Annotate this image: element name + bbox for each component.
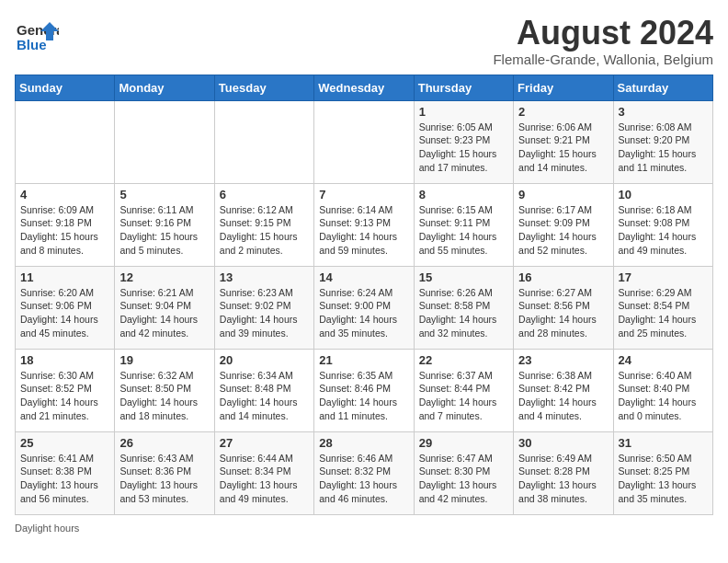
day-detail: Sunrise: 6:09 AMSunset: 9:18 PMDaylight:… — [20, 203, 109, 258]
calendar-cell: 11Sunrise: 6:20 AMSunset: 9:06 PMDayligh… — [16, 266, 115, 349]
day-number: 8 — [419, 188, 508, 201]
day-detail: Sunrise: 6:50 AMSunset: 8:25 PMDaylight:… — [619, 452, 708, 506]
day-number: 29 — [419, 436, 508, 450]
calendar-cell: 12Sunrise: 6:21 AMSunset: 9:04 PMDayligh… — [115, 266, 214, 349]
day-detail: Sunrise: 6:18 AMSunset: 9:08 PMDaylight:… — [619, 203, 708, 258]
day-number: 21 — [319, 353, 408, 367]
day-detail: Sunrise: 6:06 AMSunset: 9:21 PMDaylight:… — [518, 121, 608, 175]
day-detail: Sunrise: 6:12 AMSunset: 9:15 PMDaylight:… — [220, 203, 309, 258]
day-number: 28 — [319, 436, 408, 450]
calendar-cell: 26Sunrise: 6:43 AMSunset: 8:36 PMDayligh… — [115, 431, 214, 514]
day-number: 17 — [619, 270, 708, 284]
day-number: 2 — [518, 105, 608, 119]
day-number: 31 — [619, 436, 708, 450]
day-number: 20 — [220, 353, 309, 367]
calendar-cell: 2Sunrise: 6:06 AMSunset: 9:21 PMDaylight… — [514, 100, 613, 183]
day-detail: Sunrise: 6:30 AMSunset: 8:52 PMDaylight:… — [20, 369, 109, 423]
calendar-cell: 8Sunrise: 6:15 AMSunset: 9:11 PMDaylight… — [414, 183, 513, 266]
day-number: 19 — [119, 353, 209, 367]
day-number: 4 — [20, 188, 109, 201]
title-block: August 2024 Flemalle-Grande, Wallonia, B… — [493, 15, 713, 67]
day-detail: Sunrise: 6:49 AMSunset: 8:28 PMDaylight:… — [518, 452, 608, 506]
calendar-header: SundayMondayTuesdayWednesdayThursdayFrid… — [16, 75, 713, 100]
weekday-header-friday: Friday — [514, 75, 613, 100]
calendar-cell: 17Sunrise: 6:29 AMSunset: 8:54 PMDayligh… — [613, 266, 712, 349]
day-detail: Sunrise: 6:08 AMSunset: 9:20 PMDaylight:… — [619, 121, 708, 175]
day-detail: Sunrise: 6:34 AMSunset: 8:48 PMDaylight:… — [220, 369, 309, 423]
calendar-cell: 10Sunrise: 6:18 AMSunset: 9:08 PMDayligh… — [613, 183, 712, 266]
day-number: 9 — [518, 188, 608, 201]
calendar-subtitle: Flemalle-Grande, Wallonia, Belgium — [493, 52, 713, 67]
day-number: 30 — [518, 436, 608, 450]
day-detail: Sunrise: 6:15 AMSunset: 9:11 PMDaylight:… — [419, 203, 508, 258]
day-detail: Sunrise: 6:20 AMSunset: 9:06 PMDaylight:… — [20, 286, 109, 340]
calendar-cell: 20Sunrise: 6:34 AMSunset: 8:48 PMDayligh… — [214, 349, 313, 431]
weekday-header-saturday: Saturday — [613, 75, 712, 100]
day-detail: Sunrise: 6:46 AMSunset: 8:32 PMDaylight:… — [319, 452, 408, 506]
day-number: 11 — [20, 270, 109, 284]
day-detail: Sunrise: 6:37 AMSunset: 8:44 PMDaylight:… — [419, 369, 508, 423]
day-number: 14 — [319, 270, 408, 284]
day-number: 15 — [419, 270, 508, 284]
day-detail: Sunrise: 6:44 AMSunset: 8:34 PMDaylight:… — [220, 452, 309, 506]
day-detail: Sunrise: 6:43 AMSunset: 8:36 PMDaylight:… — [119, 452, 209, 506]
calendar-cell: 31Sunrise: 6:50 AMSunset: 8:25 PMDayligh… — [613, 431, 712, 514]
day-number: 23 — [518, 353, 608, 367]
day-detail: Sunrise: 6:17 AMSunset: 9:09 PMDaylight:… — [518, 203, 608, 258]
calendar-cell: 22Sunrise: 6:37 AMSunset: 8:44 PMDayligh… — [414, 349, 513, 431]
day-number: 13 — [220, 270, 309, 284]
day-number: 22 — [419, 353, 508, 367]
day-number: 7 — [319, 188, 408, 201]
day-detail: Sunrise: 6:24 AMSunset: 9:00 PMDaylight:… — [319, 286, 408, 340]
calendar-cell: 28Sunrise: 6:46 AMSunset: 8:32 PMDayligh… — [314, 431, 414, 514]
day-number: 12 — [119, 270, 209, 284]
weekday-header-thursday: Thursday — [414, 75, 513, 100]
day-number: 6 — [220, 188, 309, 201]
calendar-cell: 15Sunrise: 6:26 AMSunset: 8:58 PMDayligh… — [414, 266, 513, 349]
weekday-header-monday: Monday — [115, 75, 214, 100]
day-detail: Sunrise: 6:35 AMSunset: 8:46 PMDaylight:… — [319, 369, 408, 423]
day-detail: Sunrise: 6:47 AMSunset: 8:30 PMDaylight:… — [419, 452, 508, 506]
day-detail: Sunrise: 6:11 AMSunset: 9:16 PMDaylight:… — [119, 203, 209, 258]
day-number: 1 — [419, 105, 508, 119]
day-number: 26 — [119, 436, 209, 450]
calendar-cell: 25Sunrise: 6:41 AMSunset: 8:38 PMDayligh… — [16, 431, 115, 514]
day-detail: Sunrise: 6:23 AMSunset: 9:02 PMDaylight:… — [220, 286, 309, 340]
day-detail: Sunrise: 6:21 AMSunset: 9:04 PMDaylight:… — [119, 286, 209, 340]
calendar-cell: 13Sunrise: 6:23 AMSunset: 9:02 PMDayligh… — [214, 266, 313, 349]
weekday-header-sunday: Sunday — [16, 75, 115, 100]
day-number: 25 — [20, 436, 109, 450]
day-detail: Sunrise: 6:41 AMSunset: 8:38 PMDaylight:… — [20, 452, 109, 506]
calendar-title: August 2024 — [493, 15, 713, 52]
day-number: 18 — [20, 353, 109, 367]
day-detail: Sunrise: 6:14 AMSunset: 9:13 PMDaylight:… — [319, 203, 408, 258]
calendar-table: SundayMondayTuesdayWednesdayThursdayFrid… — [15, 75, 713, 515]
weekday-header-wednesday: Wednesday — [314, 75, 414, 100]
day-number: 16 — [518, 270, 608, 284]
footer-note: Daylight hours — [15, 523, 713, 534]
day-detail: Sunrise: 6:26 AMSunset: 8:58 PMDaylight:… — [419, 286, 508, 340]
calendar-cell: 5Sunrise: 6:11 AMSunset: 9:16 PMDaylight… — [115, 183, 214, 266]
calendar-cell: 18Sunrise: 6:30 AMSunset: 8:52 PMDayligh… — [16, 349, 115, 431]
day-detail: Sunrise: 6:38 AMSunset: 8:42 PMDaylight:… — [518, 369, 608, 423]
calendar-cell: 23Sunrise: 6:38 AMSunset: 8:42 PMDayligh… — [514, 349, 613, 431]
calendar-cell: 3Sunrise: 6:08 AMSunset: 9:20 PMDaylight… — [613, 100, 712, 183]
day-detail: Sunrise: 6:32 AMSunset: 8:50 PMDaylight:… — [119, 369, 209, 423]
logo: General Blue — [15, 15, 59, 63]
calendar-cell — [16, 100, 115, 183]
calendar-cell: 16Sunrise: 6:27 AMSunset: 8:56 PMDayligh… — [514, 266, 613, 349]
calendar-cell — [214, 100, 313, 183]
calendar-cell: 6Sunrise: 6:12 AMSunset: 9:15 PMDaylight… — [214, 183, 313, 266]
day-number: 24 — [619, 353, 708, 367]
calendar-cell: 30Sunrise: 6:49 AMSunset: 8:28 PMDayligh… — [514, 431, 613, 514]
day-number: 27 — [220, 436, 309, 450]
day-detail: Sunrise: 6:27 AMSunset: 8:56 PMDaylight:… — [518, 286, 608, 340]
svg-text:Blue: Blue — [17, 37, 47, 52]
day-number: 5 — [119, 188, 209, 201]
calendar-cell — [115, 100, 214, 183]
calendar-cell: 7Sunrise: 6:14 AMSunset: 9:13 PMDaylight… — [314, 183, 414, 266]
calendar-cell: 21Sunrise: 6:35 AMSunset: 8:46 PMDayligh… — [314, 349, 414, 431]
calendar-cell — [314, 100, 414, 183]
page-header: General Blue August 2024 Flemalle-Grande… — [15, 15, 713, 67]
day-detail: Sunrise: 6:05 AMSunset: 9:23 PMDaylight:… — [419, 121, 508, 175]
